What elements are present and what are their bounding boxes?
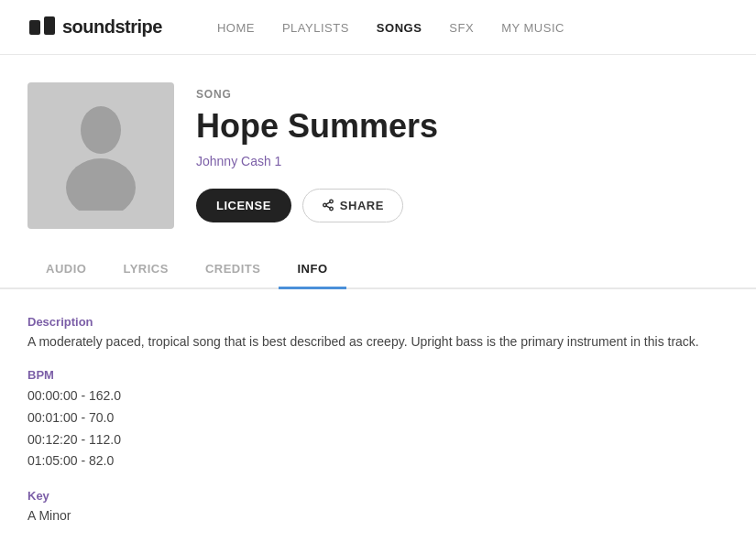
- hero-section: SONG Hope Summers Johnny Cash 1 LICENSE …: [0, 55, 756, 229]
- key-section: Key A Minor: [27, 489, 729, 526]
- artist-name: Johnny Cash 1: [196, 154, 438, 168]
- nav-playlists[interactable]: PLAYLISTS: [282, 21, 349, 35]
- logo[interactable]: soundstripe: [27, 13, 162, 42]
- share-icon: [322, 199, 334, 211]
- song-label: SONG: [196, 88, 438, 101]
- tab-credits[interactable]: CREDITS: [187, 251, 279, 289]
- bpm-section: BPM 00:00:00 - 162.0 00:01:00 - 70.0 00:…: [27, 368, 729, 472]
- bpm-row-0: 00:00:00 - 162.0: [27, 385, 729, 407]
- nav-home[interactable]: HOME: [217, 21, 255, 35]
- svg-line-8: [326, 202, 330, 204]
- svg-rect-1: [44, 16, 55, 35]
- song-title: Hope Summers: [196, 108, 438, 145]
- license-button[interactable]: LICENSE: [196, 189, 291, 222]
- hero-actions: LICENSE SHARE: [196, 189, 438, 222]
- tab-info[interactable]: INFO: [279, 251, 345, 289]
- bpm-row-2: 00:12:20 - 112.0: [27, 429, 729, 451]
- info-panel: Description A moderately paced, tropical…: [0, 289, 756, 542]
- navbar: soundstripe HOME PLAYLISTS SONGS SFX MY …: [0, 0, 756, 55]
- description-text: A moderately paced, tropical song that i…: [27, 332, 729, 352]
- share-button[interactable]: SHARE: [302, 189, 403, 222]
- nav-mymusic[interactable]: MY MUSIC: [501, 21, 564, 35]
- svg-point-3: [66, 158, 136, 211]
- tab-audio[interactable]: AUDIO: [27, 251, 104, 289]
- logo-icon: [27, 13, 57, 42]
- album-art: [27, 82, 174, 229]
- nav-links: HOME PLAYLISTS SONGS SFX MY MUSIC: [217, 19, 564, 36]
- svg-rect-0: [29, 20, 40, 35]
- bpm-label: BPM: [27, 368, 729, 382]
- nav-songs[interactable]: SONGS: [377, 21, 422, 35]
- tabs-bar: AUDIO LYRICS CREDITS INFO: [0, 251, 756, 289]
- bpm-row-1: 00:01:00 - 70.0: [27, 407, 729, 429]
- description-label: Description: [27, 315, 729, 329]
- share-label: SHARE: [340, 199, 384, 212]
- tab-lyrics[interactable]: LYRICS: [104, 251, 186, 289]
- hero-info: SONG Hope Summers Johnny Cash 1 LICENSE …: [196, 82, 438, 222]
- key-label: Key: [27, 489, 729, 503]
- svg-point-2: [81, 106, 121, 154]
- album-art-silhouette: [60, 101, 142, 211]
- description-section: Description A moderately paced, tropical…: [27, 315, 729, 352]
- logo-text: soundstripe: [62, 16, 162, 38]
- svg-line-7: [326, 206, 330, 208]
- bpm-row-3: 01:05:00 - 82.0: [27, 450, 729, 472]
- nav-sfx[interactable]: SFX: [449, 21, 474, 35]
- key-value: A Minor: [27, 506, 729, 526]
